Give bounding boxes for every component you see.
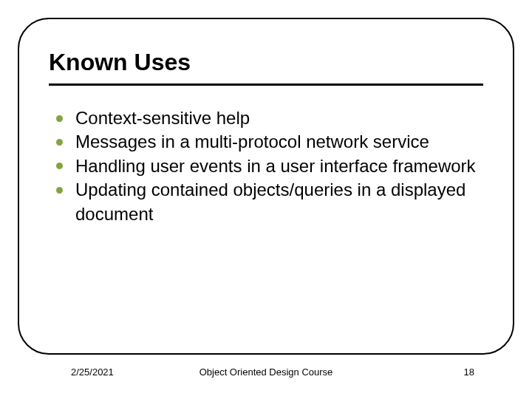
slide-title: Known Uses — [49, 49, 483, 76]
slide-frame: Known Uses Context-sensitive help Messag… — [18, 18, 514, 355]
slide: Known Uses Context-sensitive help Messag… — [0, 0, 532, 399]
list-item: Context-sensitive help — [53, 106, 479, 130]
footer-course: Object Oriented Design Course — [200, 366, 333, 378]
title-rule — [49, 83, 483, 86]
bullet-list: Context-sensitive help Messages in a mul… — [49, 106, 483, 226]
footer-date: 2/25/2021 — [71, 366, 114, 378]
list-item: Updating contained objects/queries in a … — [53, 178, 479, 226]
list-item: Messages in a multi-protocol network ser… — [53, 130, 479, 154]
list-item: Handling user events in a user interface… — [53, 154, 479, 178]
footer-page-number: 18 — [464, 366, 474, 378]
slide-footer: 2/25/2021 Object Oriented Design Course … — [0, 366, 532, 384]
